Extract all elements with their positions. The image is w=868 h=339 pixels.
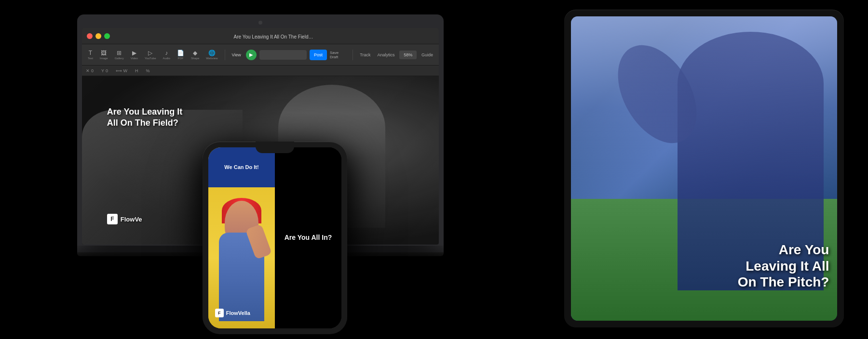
view-tool[interactable]: View — [230, 52, 243, 58]
guide-tool[interactable]: Guide — [420, 52, 435, 58]
shape-label: Shape — [191, 57, 199, 60]
zoom-percent[interactable]: 58% — [399, 51, 417, 59]
slide-text-line1: Are You Leaving It All On The Field? — [107, 107, 182, 128]
ruler-pct-label: % — [146, 68, 150, 73]
phone-flowvella-icon: F — [215, 309, 224, 317]
image-icon: 🖼 — [101, 50, 107, 56]
phone-right-content: Are You All In? — [275, 147, 341, 328]
url-bar[interactable] — [259, 50, 307, 60]
post-button[interactable]: Post — [310, 50, 327, 60]
ruler-y-value: 0 — [106, 68, 108, 73]
slide-text-overlay: Are You Leaving It All On The Field? — [107, 106, 182, 129]
pdf-tool[interactable]: 📄 PDF — [175, 49, 186, 60]
ruler-x: ✕ 0 — [86, 68, 94, 73]
tablet-text-overlay: Are You Leaving It All On The Pitch? — [738, 225, 829, 290]
gallery-label: Gallery — [115, 57, 124, 60]
audio-tool[interactable]: ♪ Audio — [161, 49, 172, 60]
video-label: Video — [131, 57, 138, 60]
guide-label: Guide — [421, 52, 433, 57]
ruler-x-value: 0 — [91, 68, 94, 73]
phone-notch — [256, 142, 294, 153]
save-draft-button[interactable]: Save Draft — [330, 51, 348, 59]
gallery-icon: ⊞ — [117, 50, 122, 56]
ruler-w: ⟺ W — [116, 68, 127, 73]
tablet-device: Are You Leaving It All On The Pitch? — [564, 10, 844, 327]
analytics-label: Analytics — [377, 52, 394, 57]
laptop-camera-bar — [82, 19, 439, 26]
toolbar-separator — [225, 50, 225, 60]
shape-tool[interactable]: ◆ Shape — [189, 49, 201, 60]
close-button[interactable] — [87, 33, 93, 39]
ruler-bar: ✕ 0 Y 0 ⟺ W H % — [82, 65, 439, 76]
audio-label: Audio — [163, 57, 170, 60]
ruler-h-label: H — [135, 68, 138, 73]
phone-device: We Can Do It! Are You All In? — [203, 142, 347, 334]
poster-blue-header: We Can Do It! — [208, 147, 275, 187]
audio-icon: ♪ — [165, 50, 168, 56]
slide-main-text: Are You Leaving It All On The Field? — [107, 106, 182, 129]
webview-label: Webview — [206, 57, 217, 60]
video-tool[interactable]: ▶ Video — [129, 49, 140, 60]
phone-flowvella-name: FlowVella — [226, 310, 250, 316]
phone-body: We Can Do It! Are You All In? — [203, 142, 347, 334]
video-icon: ▶ — [132, 50, 136, 56]
poster-header-text: We Can Do It! — [224, 164, 258, 170]
text-icon: T — [89, 50, 92, 56]
flowvella-icon: F — [107, 214, 118, 224]
window-title: Are You Leaving It All On The Field… — [234, 34, 313, 39]
tablet-screen: Are You Leaving It All On The Pitch? — [571, 16, 837, 321]
text-tool[interactable]: T Text — [86, 49, 95, 60]
laptop-camera — [258, 21, 262, 25]
youtube-icon: ▷ — [148, 50, 152, 56]
webview-icon: 🌐 — [208, 50, 216, 56]
analytics-tool[interactable]: Analytics — [375, 52, 396, 58]
flowvella-name: FlowVe — [121, 216, 142, 223]
text-label: Text — [88, 57, 93, 60]
ruler-y: Y 0 — [101, 68, 108, 73]
tablet-main-text: Are You Leaving It All On The Pitch? — [738, 225, 829, 290]
ruler-w-label: ⟺ W — [116, 68, 127, 73]
poster-left: We Can Do It! — [208, 147, 275, 328]
macos-toolbar: T Text 🖼 Image ⊞ Gallery ▶ Video ▷ Yo — [82, 44, 439, 65]
youtube-label: YouTube — [145, 57, 156, 60]
play-button[interactable]: ▶ — [246, 50, 257, 60]
pdf-icon: 📄 — [177, 50, 184, 56]
shape-icon: ◆ — [193, 50, 197, 56]
view-label: View — [231, 52, 241, 57]
maximize-button[interactable] — [104, 33, 110, 39]
phone-screen: We Can Do It! Are You All In? — [208, 147, 341, 328]
gallery-tool[interactable]: ⊞ Gallery — [113, 49, 126, 60]
slide-logo: F FlowVe — [107, 214, 142, 224]
ruler-pct: % — [146, 68, 150, 73]
webview-tool[interactable]: 🌐 Webview — [204, 49, 219, 60]
macos-titlebar: Are You Leaving It All On The Field… — [82, 28, 439, 44]
image-tool[interactable]: 🖼 Image — [98, 49, 110, 60]
phone-logo-area: F FlowVella — [215, 309, 250, 317]
tablet-text-content: Are You Leaving It All On The Pitch? — [738, 242, 829, 289]
phone-main-text: Are You All In? — [285, 234, 332, 241]
track-tool[interactable]: Track — [358, 52, 372, 58]
pdf-label: PDF — [177, 57, 183, 60]
phone-text-content: Are You All In? — [285, 233, 332, 243]
toolbar-separator-2 — [353, 50, 353, 60]
rosie-figure — [213, 194, 270, 321]
ruler-h: H — [135, 68, 138, 73]
poster-figure-area — [208, 187, 275, 328]
image-label: Image — [100, 57, 108, 60]
minimize-button[interactable] — [95, 33, 101, 39]
tablet-photo: Are You Leaving It All On The Pitch? — [571, 16, 837, 321]
youtube-tool[interactable]: ▷ YouTube — [143, 49, 158, 60]
tablet-body: Are You Leaving It All On The Pitch? — [564, 10, 844, 327]
ruler-y-label: Y — [101, 68, 104, 73]
ruler-x-label: ✕ — [86, 68, 90, 73]
track-label: Track — [360, 52, 370, 57]
